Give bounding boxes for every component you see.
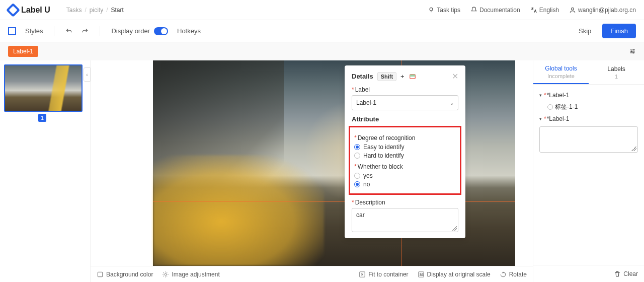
- lightbulb-icon: [428, 7, 435, 14]
- keycap-icon: [409, 73, 417, 81]
- canvas-footer: Background color Image adjustment Fit to…: [91, 266, 533, 282]
- app-header: Label U Tasks / picity / Start Task tips…: [0, 0, 644, 20]
- fit-container-button[interactable]: Fit to container: [359, 271, 408, 278]
- translate-icon: [530, 7, 537, 14]
- description-label: Description: [355, 199, 385, 206]
- tagbar-settings-icon[interactable]: [629, 48, 636, 55]
- display-order-toggle[interactable]: [154, 27, 168, 35]
- svg-point-1: [572, 8, 574, 10]
- collapse-sidebar-button[interactable]: ‹: [84, 67, 91, 82]
- resize-handle-icon[interactable]: [631, 146, 636, 151]
- details-title: Details: [352, 73, 373, 80]
- thumbnail-index: 1: [38, 114, 46, 122]
- finish-button[interactable]: Finish: [602, 24, 636, 38]
- hotkeys-link[interactable]: Hotkeys: [177, 27, 201, 35]
- task-tips-link[interactable]: Task tips: [428, 7, 460, 14]
- attr2-label: Whether to block: [358, 163, 403, 170]
- main-toolbar: Styles Display order Hotkeys Skip Finish: [0, 20, 644, 42]
- image-adjust-button[interactable]: Image adjustment: [162, 271, 219, 278]
- redo-icon[interactable]: [82, 28, 89, 35]
- svg-point-0: [430, 8, 433, 11]
- attr1-option-easy[interactable]: Easy to identify: [354, 144, 456, 151]
- skip-button[interactable]: Skip: [574, 24, 596, 38]
- svg-rect-6: [410, 74, 415, 76]
- canvas-stage[interactable]: Details Shift + ✕ *Label Label-1 ⌄ Attri…: [91, 60, 533, 266]
- clear-button[interactable]: Clear: [614, 270, 638, 277]
- label-field-label: Label: [355, 86, 370, 93]
- radio-icon: [547, 104, 553, 110]
- original-scale-button[interactable]: 1:1 Display at original scale: [418, 271, 491, 278]
- attribute-heading: Attribute: [352, 115, 458, 123]
- tag-bar: Label-1: [0, 42, 644, 60]
- resize-handle-icon[interactable]: [452, 226, 457, 231]
- rotate-button[interactable]: Rotate: [500, 271, 527, 278]
- caret-down-icon: ▾: [539, 93, 542, 98]
- attr2-option-no[interactable]: no: [354, 181, 456, 188]
- tree-group[interactable]: ▾**Label-1: [539, 90, 638, 101]
- user-menu[interactable]: wanglin@pjlab.org.cn: [569, 7, 636, 14]
- tab-global-tools[interactable]: Global tools Incomplete: [533, 60, 589, 84]
- breadcrumb-item[interactable]: picity: [90, 7, 103, 14]
- right-panel: Global tools Incomplete Labels 1 ▾**Labe…: [533, 60, 644, 282]
- logo-icon: [6, 3, 20, 17]
- hotkey-badge: Shift: [377, 72, 396, 81]
- language-switcher[interactable]: English: [530, 7, 559, 14]
- attr1-option-hard[interactable]: Hard to identify: [354, 152, 456, 159]
- active-label-tag[interactable]: Label-1: [8, 46, 38, 57]
- attr2-option-yes[interactable]: yes: [354, 172, 456, 179]
- workspace: 1 ‹ Details Shift + ✕ *Label: [0, 60, 644, 282]
- canvas-area: Details Shift + ✕ *Label Label-1 ⌄ Attri…: [91, 60, 533, 282]
- trash-icon: [614, 270, 621, 277]
- breadcrumb-item: Start: [111, 7, 124, 14]
- label-select[interactable]: Label-1 ⌄: [352, 95, 458, 110]
- caret-down-icon: ▾: [539, 116, 542, 121]
- breadcrumb-item[interactable]: Tasks: [66, 7, 82, 14]
- chevron-down-icon: ⌄: [450, 100, 454, 106]
- highlighted-attributes: *Degree of recognition Easy to identify …: [349, 126, 461, 195]
- brand-name: Label U: [21, 6, 50, 15]
- close-icon[interactable]: ✕: [452, 72, 458, 81]
- breadcrumb: Tasks / picity / Start: [66, 7, 124, 14]
- radio-icon: [354, 173, 360, 179]
- bg-color-toggle[interactable]: Background color: [97, 271, 153, 278]
- svg-point-3: [631, 51, 632, 52]
- tree-group[interactable]: ▾**Label-1: [539, 113, 638, 124]
- svg-rect-7: [98, 272, 102, 276]
- tree-child[interactable]: 标签-1-1: [539, 101, 638, 113]
- svg-point-4: [633, 52, 634, 53]
- bell-icon: [470, 7, 477, 14]
- rectangle-tool-icon[interactable]: [8, 27, 16, 35]
- radio-icon: [354, 153, 360, 159]
- attr1-label: Degree of recognition: [358, 134, 416, 142]
- label-select-value: Label-1: [356, 99, 376, 106]
- undo-icon[interactable]: [65, 28, 72, 35]
- svg-text:1:1: 1:1: [420, 273, 424, 276]
- styles-link[interactable]: Styles: [25, 27, 43, 35]
- description-textarea[interactable]: car: [352, 208, 458, 232]
- thumbnail-sidebar: 1 ‹: [0, 60, 91, 282]
- user-icon: [569, 7, 576, 14]
- side-textarea[interactable]: [539, 126, 638, 153]
- tab-labels[interactable]: Labels 1: [589, 60, 644, 84]
- details-panel: Details Shift + ✕ *Label Label-1 ⌄ Attri…: [345, 65, 465, 238]
- plus-text: +: [400, 73, 405, 80]
- svg-point-2: [633, 49, 634, 50]
- svg-point-8: [165, 273, 167, 275]
- brand-logo[interactable]: Label U: [8, 5, 50, 15]
- display-order-label: Display order: [111, 27, 150, 35]
- documentation-link[interactable]: Documentation: [470, 7, 520, 14]
- radio-icon: [354, 181, 360, 187]
- thumbnail-item[interactable]: [4, 64, 83, 112]
- radio-icon: [354, 144, 360, 150]
